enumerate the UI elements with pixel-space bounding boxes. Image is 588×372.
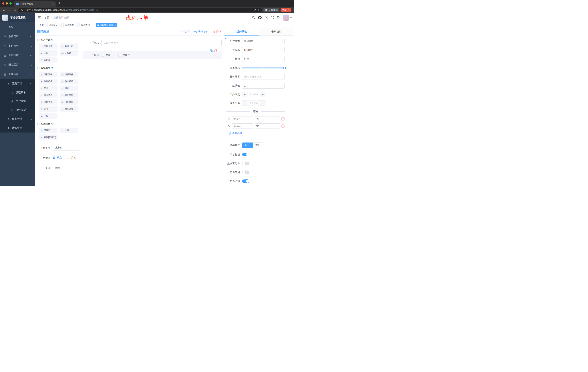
tag-process-definition[interactable]: 流程定义 × bbox=[47, 23, 62, 27]
github-icon[interactable] bbox=[258, 16, 262, 19]
component-item-time-range[interactable]: ◴时间范围 bbox=[60, 93, 78, 98]
component-item-counter[interactable]: 123计数器 bbox=[60, 50, 78, 56]
status-radio-on[interactable]: 开启 bbox=[53, 156, 62, 159]
max-select-input[interactable] bbox=[247, 100, 260, 106]
disabled-switch[interactable] bbox=[242, 170, 249, 174]
component-item-button[interactable]: ▷按钮 bbox=[60, 128, 78, 133]
component-item-upload[interactable]: ☁上传 bbox=[39, 113, 57, 119]
component-item-row-container[interactable]: ◫行容器 bbox=[39, 128, 57, 133]
component-item-cascader[interactable]: ⋔级联选择 bbox=[60, 72, 78, 77]
option-value-input[interactable] bbox=[255, 116, 280, 121]
tab-close-icon[interactable]: × bbox=[52, 2, 54, 5]
gender-field-row[interactable]: 性别 选项一 选项二 bbox=[83, 51, 221, 59]
component-item-color-picker[interactable]: ◐颜色选择 bbox=[60, 106, 78, 112]
add-option-button[interactable]: + 添加选项 bbox=[228, 131, 284, 135]
reload-button[interactable] bbox=[13, 8, 17, 12]
tag-process-model[interactable]: 流程模型 × bbox=[63, 23, 78, 27]
sidebar-item-workflow[interactable]: ▦ 工作流程 bbox=[0, 70, 35, 79]
user-menu[interactable] bbox=[283, 15, 292, 21]
option-label-input[interactable] bbox=[232, 123, 253, 128]
sidebar-toggle-button[interactable] bbox=[35, 16, 44, 19]
status-radio-off[interactable]: 关闭 bbox=[67, 156, 76, 159]
forward-button[interactable]: → bbox=[7, 8, 12, 12]
component-item-checkbox-group[interactable]: ☑多选框组 bbox=[60, 79, 78, 84]
component-item-radio-group[interactable]: ◉单选框组 bbox=[39, 79, 57, 84]
drag-handle-icon[interactable] bbox=[228, 117, 230, 121]
component-item-switch[interactable]: ◑开关 bbox=[39, 85, 57, 91]
sidebar-item-process-form[interactable]: ▯ 流程表单 bbox=[0, 88, 35, 97]
option-value-input[interactable] bbox=[255, 123, 280, 128]
font-size-icon[interactable]: TT bbox=[277, 16, 280, 19]
sidebar-item-home[interactable]: ◔ 首页 bbox=[0, 22, 35, 32]
search-icon[interactable] bbox=[252, 16, 255, 19]
label-width-input[interactable] bbox=[242, 74, 284, 80]
style-default-button[interactable]: 默认 bbox=[242, 142, 253, 148]
sidebar-item-system[interactable]: ⚙ 系统管理 bbox=[0, 32, 35, 41]
default-value-input[interactable] bbox=[242, 83, 284, 89]
increase-button[interactable]: + bbox=[260, 100, 265, 106]
decrease-button[interactable]: − bbox=[242, 100, 247, 106]
bookmark-star-icon[interactable]: ☆ bbox=[257, 8, 260, 12]
tag-home[interactable]: 首页 bbox=[38, 23, 45, 27]
component-item-rate[interactable]: ☆评分 bbox=[39, 106, 57, 112]
sidebar-item-process-management[interactable]: ≣ 流程管理 bbox=[0, 79, 35, 88]
show-label-switch[interactable] bbox=[242, 153, 249, 156]
sidebar-item-devtools[interactable]: ✎ 研发工具 bbox=[0, 60, 35, 70]
required-switch[interactable] bbox=[242, 180, 249, 183]
sidebar-logo[interactable]: 芋道管理系统 bbox=[0, 13, 35, 22]
checkbox-option-1[interactable]: 选项一 bbox=[101, 54, 113, 57]
breadcrumb-home[interactable]: 首页 bbox=[44, 16, 49, 19]
component-type-select[interactable]: 多选框组 bbox=[242, 38, 284, 44]
back-button[interactable]: ← bbox=[2, 8, 6, 12]
component-item-password[interactable]: ▣密码 bbox=[39, 50, 57, 56]
tag-process-form[interactable]: 流程表单 × bbox=[80, 23, 94, 27]
close-icon[interactable]: × bbox=[91, 24, 92, 26]
tab-component-props[interactable]: 组件属性 bbox=[224, 28, 259, 35]
avatar[interactable] bbox=[283, 15, 289, 21]
component-item-date-range[interactable]: ▦日期范围 bbox=[60, 99, 78, 105]
help-icon[interactable]: ? bbox=[265, 16, 268, 19]
component-item-slider[interactable]: ↦滑块 bbox=[60, 85, 78, 91]
remark-textarea[interactable]: 嘿嘿 bbox=[53, 165, 80, 176]
checkbox-option-2[interactable]: 选项二 bbox=[118, 54, 130, 57]
update-button[interactable]: 更新 ⋮ bbox=[281, 8, 292, 12]
remove-option-button[interactable]: − bbox=[282, 125, 284, 128]
title-input[interactable] bbox=[242, 56, 284, 62]
form-name-input[interactable] bbox=[53, 145, 80, 150]
address-bar[interactable]: 不安全 dashboard.yudao.iocoder.cn/bpm/manag… bbox=[18, 8, 262, 12]
component-item-date-picker[interactable]: ⊞日期选择 bbox=[39, 99, 57, 105]
tab-form-props[interactable]: 表单属性 bbox=[259, 28, 294, 35]
slider-thumb[interactable] bbox=[283, 67, 286, 69]
style-button-button[interactable]: 按钮 bbox=[253, 142, 263, 148]
link-icon[interactable] bbox=[225, 37, 228, 40]
field-name-input[interactable] bbox=[242, 47, 284, 53]
grid-slider[interactable] bbox=[242, 65, 284, 71]
min-select-input[interactable] bbox=[247, 92, 260, 97]
clear-button[interactable]: 清空 bbox=[213, 30, 221, 33]
sidebar-item-payment[interactable]: ¥ 支付管理 bbox=[0, 41, 35, 51]
component-item-multi-text[interactable]: ▤多行文本 bbox=[60, 43, 78, 49]
sidebar-item-infrastructure[interactable]: ▤ 基础设施 bbox=[0, 51, 35, 60]
option-label-input[interactable] bbox=[232, 116, 253, 121]
checkbox-icon[interactable] bbox=[101, 54, 104, 57]
view-json-button[interactable]: 查看json bbox=[194, 30, 208, 33]
slider-track[interactable] bbox=[242, 67, 284, 68]
close-icon[interactable]: × bbox=[75, 24, 76, 26]
fullscreen-icon[interactable] bbox=[271, 16, 274, 19]
kebab-menu-icon[interactable]: ⋮ bbox=[287, 9, 290, 11]
component-item-dropdown[interactable]: ◎下拉选择 bbox=[39, 72, 57, 77]
sidebar-item-user-group[interactable]: ◍ 用户分组 bbox=[0, 97, 35, 106]
component-item-table[interactable]: ▦表格[开发中] bbox=[39, 135, 57, 140]
save-button[interactable]: ✓ 保存 bbox=[181, 30, 190, 33]
new-tab-button[interactable]: + bbox=[59, 1, 61, 5]
tag-process-form-edit[interactable]: 流程表单-编辑 × bbox=[96, 23, 117, 27]
component-item-single-text[interactable]: ▭单行文本 bbox=[39, 43, 57, 49]
sidebar-item-process-model[interactable]: ➤ 流程模型 bbox=[0, 106, 35, 114]
border-switch[interactable] bbox=[242, 162, 249, 165]
component-item-time-picker[interactable]: ◷时间选择 bbox=[39, 93, 57, 98]
zoom-window-button[interactable] bbox=[10, 2, 12, 5]
drag-handle-icon[interactable] bbox=[228, 124, 230, 128]
sidebar-item-leave-query[interactable]: ♟ 请假查询 bbox=[0, 123, 35, 132]
delete-field-button[interactable] bbox=[214, 49, 218, 53]
sidebar-item-task-management[interactable]: ⋔ 任务管理 bbox=[0, 114, 35, 123]
